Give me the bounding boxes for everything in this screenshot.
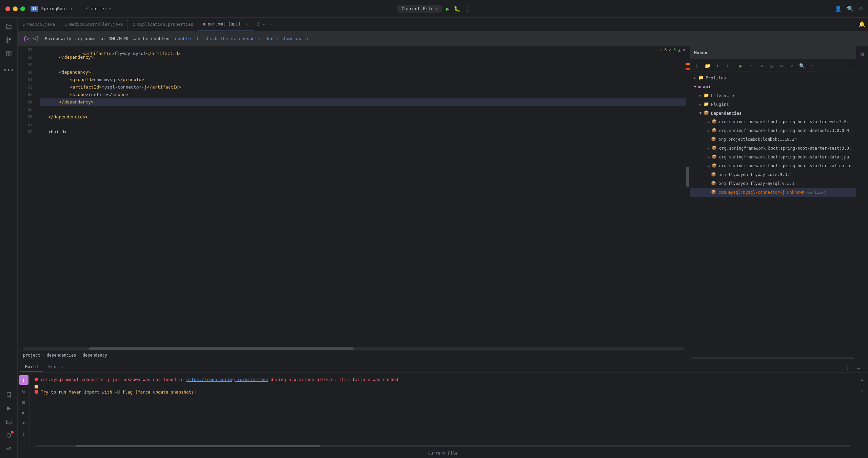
- maven-scroll[interactable]: [690, 357, 856, 360]
- maven-dep-spring-web[interactable]: ▶ 📦 org.springframework.boot:spring-boot…: [690, 117, 856, 126]
- sidebar-item-vcs[interactable]: [3, 34, 15, 46]
- maximize-button[interactable]: [20, 6, 25, 11]
- sidebar-item-more[interactable]: •••: [3, 64, 15, 76]
- tree-arrow-dep2: ▶: [706, 128, 711, 133]
- current-file-label: Current File: [401, 6, 433, 11]
- bottom-tab-sync[interactable]: Sync ✕: [43, 361, 68, 372]
- maven-dep-mysql-connector[interactable]: 📦 com.mysql:mysql-connector-j:unknown (r…: [690, 188, 856, 197]
- maven-tree-profiles[interactable]: ▶ 📁 Profiles: [690, 73, 856, 82]
- breadcrumb-project[interactable]: project: [23, 353, 40, 358]
- editor-scrollbar[interactable]: [686, 46, 690, 347]
- branch-info[interactable]: ⎇ master ▾: [84, 6, 111, 11]
- bottom-more-btn[interactable]: ⋮: [844, 364, 852, 372]
- maven-folder-btn[interactable]: 📁: [703, 61, 712, 70]
- maven-tree-dependencies[interactable]: ▼ 📦 Dependencies: [690, 109, 856, 117]
- maven-skip-btn[interactable]: ⊘: [777, 61, 786, 70]
- maven-dep-devtools[interactable]: ▶ 📦 org.springframework.boot:spring-boot…: [690, 126, 856, 135]
- search-icon[interactable]: 🔍: [847, 5, 854, 12]
- expand-icon[interactable]: ▲: [678, 46, 680, 54]
- maven-dep-flyway-mysql[interactable]: 📦 org.flywaydb:flyway-mysql:9.3.1: [690, 179, 856, 188]
- maven-profile-btn[interactable]: ◎: [767, 61, 776, 70]
- build-left-icon-t: T: [19, 375, 28, 385]
- maven-plugin-btn[interactable]: ⊞: [757, 61, 766, 70]
- close-button[interactable]: [5, 6, 10, 11]
- sidebar-item-folder[interactable]: [3, 20, 15, 33]
- profile-icon[interactable]: 👤: [835, 5, 842, 12]
- tab-application-props[interactable]: ⚙ application.properties: [128, 18, 198, 31]
- sidebar-item-terminal[interactable]: [3, 416, 15, 428]
- run-button[interactable]: ▶: [446, 5, 450, 12]
- build-right-icon-filter[interactable]: ≡: [857, 386, 867, 396]
- project-dropdown-icon[interactable]: ▾: [71, 6, 73, 11]
- maven-refresh-btn[interactable]: ↻: [693, 61, 702, 70]
- maven-dep-data-jpa[interactable]: ▶ 📦 org.springframework.boot:spring-boot…: [690, 153, 856, 161]
- tab-pom-xml[interactable]: m pom.xml (api) ✕: [198, 18, 254, 31]
- maven-m-icon: m: [861, 51, 864, 57]
- build-hint-text[interactable]: Try to run Maven import with -U flag (fo…: [41, 388, 196, 396]
- bottom-scroll-track[interactable]: [35, 445, 850, 447]
- build-left-icon-refresh[interactable]: ↻: [19, 386, 28, 396]
- tree-dep-label-3: org.projectlombok:lombok:1.18.24: [718, 137, 797, 142]
- debug-button[interactable]: 🐛: [454, 5, 460, 12]
- build-error-link[interactable]: https://repo.spring.io/milestone: [186, 376, 268, 383]
- build-hint-indicator: [35, 385, 38, 388]
- branch-dropdown-icon[interactable]: ▾: [109, 6, 111, 11]
- right-icon-m[interactable]: m: [857, 49, 867, 58]
- maven-lifecycle-btn[interactable]: ≡: [747, 61, 755, 70]
- svg-point-1: [7, 41, 8, 42]
- maven-tree-plugins[interactable]: ▶ 📁 Plugins: [690, 100, 856, 109]
- maven-search-btn[interactable]: 🔍: [797, 61, 806, 70]
- bottom-tab-build[interactable]: Build: [20, 361, 43, 372]
- maven-tree-lifecycle[interactable]: ▶ 📁 Lifecycle: [690, 91, 856, 100]
- tab-copyright-icon[interactable]: ©: [257, 21, 260, 27]
- settings-icon[interactable]: ⚙: [859, 5, 863, 12]
- maven-add-btn[interactable]: +: [723, 61, 732, 70]
- horiz-scroll-track[interactable]: [23, 347, 684, 350]
- tab-close-pom[interactable]: ✕: [244, 22, 249, 26]
- minimize-button[interactable]: [13, 6, 18, 11]
- maven-dep-validation[interactable]: ▶ 📦 org.springframework.boot:spring-boot…: [690, 161, 856, 170]
- build-left-icon-filter[interactable]: ▤: [19, 397, 28, 406]
- sidebar-item-structure[interactable]: [3, 47, 15, 60]
- bell-icon[interactable]: 🔔: [859, 21, 865, 27]
- horiz-scroll-thumb[interactable]: [89, 347, 354, 350]
- tab-medico-java[interactable]: ☕ Medico.java: [18, 18, 60, 31]
- maven-close-btn[interactable]: ✕: [787, 61, 796, 70]
- notif-action-enable[interactable]: enable it: [175, 36, 199, 41]
- sidebar-item-run[interactable]: [3, 402, 15, 415]
- maven-dep-flyway-core[interactable]: 📦 org.flywaydb:flyway-core:9.3.1: [690, 170, 856, 179]
- tabs-scroll-btn[interactable]: ▾: [263, 22, 265, 27]
- breadcrumb-dependency[interactable]: dependency: [83, 353, 107, 358]
- maven-dep-starter-test[interactable]: ▶ 📦 org.springframework.boot:spring-boot…: [690, 144, 856, 153]
- sidebar-item-notifications[interactable]: !: [3, 430, 15, 442]
- notif-action-screenshots[interactable]: check the screenshots: [204, 36, 260, 41]
- sidebar-item-git[interactable]: [3, 443, 15, 455]
- scroll-thumb[interactable]: [686, 167, 689, 187]
- maven-settings-btn[interactable]: ⚙: [808, 61, 816, 70]
- current-file-selector[interactable]: Current File ▾: [397, 5, 442, 13]
- collapse-icon[interactable]: ▼: [683, 46, 686, 54]
- maven-run-btn[interactable]: ▶: [736, 61, 745, 70]
- dep-icon-5: 📦: [712, 154, 717, 160]
- svg-rect-6: [9, 54, 11, 56]
- tab-medico-controller[interactable]: ☕ MedicoController.java: [60, 18, 128, 31]
- build-left-icon-run[interactable]: ▶: [19, 408, 28, 417]
- tree-arrow-dep5: ▶: [706, 155, 711, 159]
- notif-action-dismiss[interactable]: don't show again: [265, 36, 308, 41]
- maven-dep-lombok[interactable]: 📦 org.projectlombok:lombok:1.18.24: [690, 135, 856, 144]
- maven-download-btn[interactable]: ⬇: [713, 61, 722, 70]
- bottom-scroll-thumb[interactable]: [76, 445, 320, 447]
- bottom-tab-build-label: Build: [25, 364, 38, 369]
- build-left-icon-eye[interactable]: 👁: [19, 419, 28, 428]
- breadcrumb-dependencies[interactable]: dependencies: [47, 353, 76, 358]
- sidebar-item-bookmarks[interactable]: [3, 389, 15, 401]
- bottom-minimize-btn[interactable]: —: [854, 364, 863, 372]
- maven-tree-api[interactable]: ▼ m api: [690, 82, 856, 91]
- project-info[interactable]: SB SpringBoot ▾: [31, 6, 73, 12]
- build-left-icon-arrow[interactable]: ❯: [19, 430, 28, 439]
- more-options-button[interactable]: ⋮: [465, 5, 471, 12]
- branch-name: master: [91, 6, 107, 11]
- build-right-icon-wrap[interactable]: ↩: [857, 375, 867, 385]
- tabs-overflow-btn[interactable]: ⋮: [268, 22, 273, 27]
- bottom-tab-sync-close[interactable]: ✕: [61, 364, 63, 369]
